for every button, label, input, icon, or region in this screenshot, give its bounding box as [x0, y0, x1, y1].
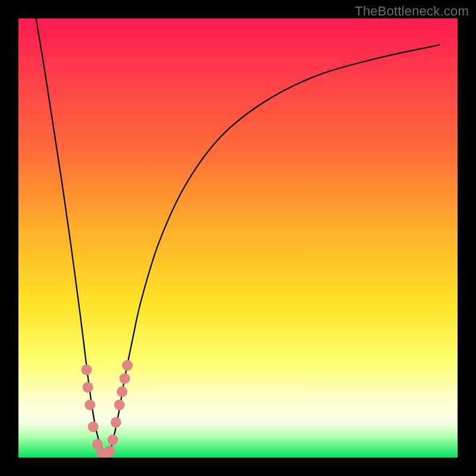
bottleneck-curve-path: [36, 18, 440, 458]
watermark-text: TheBottleneck.com: [355, 4, 469, 19]
frame: TheBottleneck.com: [0, 0, 476, 476]
highlight-dot: [120, 373, 130, 384]
highlight-dot: [84, 399, 95, 410]
bottleneck-curve-svg: [18, 18, 458, 458]
highlight-dot: [87, 421, 98, 432]
highlight-dots-group: [81, 360, 133, 458]
highlight-dot: [111, 417, 121, 428]
chart-plot-area: [18, 18, 458, 458]
highlight-dot: [114, 399, 125, 410]
highlight-dot: [83, 382, 93, 393]
highlight-dot: [122, 360, 133, 371]
highlight-dot: [108, 434, 118, 445]
highlight-dot: [105, 446, 115, 456]
highlight-dot: [81, 364, 92, 375]
highlight-dot: [117, 386, 127, 397]
